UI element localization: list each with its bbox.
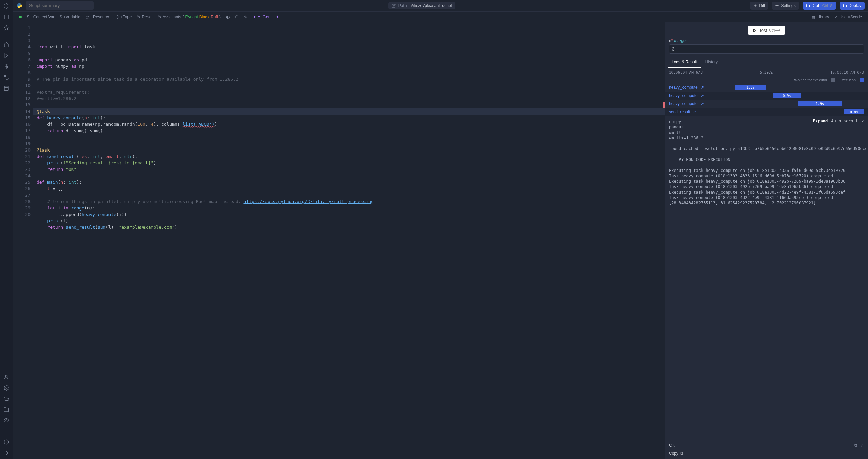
job-row[interactable]: heavy_compute ↗ 1.9s [665,100,868,108]
branch-icon[interactable] [3,74,10,81]
svg-rect-6 [4,86,8,91]
settings-button[interactable]: Settings [772,2,799,10]
timing-row: 10:06:04 AM 6/3 5.397s 10:06:10 AM 6/3 [665,68,868,77]
svg-marker-1 [4,25,8,30]
help-icon[interactable] [3,439,10,445]
sidebar [0,0,13,459]
open-icon[interactable]: ↗ [701,85,704,90]
theme-icon[interactable]: ◐ [226,15,230,19]
svg-point-8 [5,375,7,377]
draft-button[interactable]: Draft Ctrl+S [803,2,836,10]
legend: Waiting for executor Execution [665,77,868,83]
autoscroll-label: Auto scroll [831,118,858,124]
tab-history[interactable]: History [701,57,722,68]
logo-icon[interactable] [3,3,10,9]
test-button[interactable]: Test Ctrl+↵ [748,26,785,35]
type-button[interactable]: ⬡+Type [116,15,132,19]
tab-logs[interactable]: Logs & Result [668,57,701,68]
result-area: ⧉ ⤢ OK Copy ⧉ [665,439,868,459]
svg-point-4 [4,75,6,77]
graph-icon[interactable]: ⚇ [235,15,239,19]
log-output[interactable]: Expand Auto scroll ✓ numpy pandas wmill … [665,116,868,439]
assistants-button[interactable]: ↻Assistants (Pyright Black Ruff) [158,15,221,19]
svg-point-5 [7,78,8,79]
param-label: n*Integer [669,38,864,43]
cloud-icon[interactable] [3,395,10,402]
right-panel: Test Ctrl+↵ n*Integer Logs & Result Hist… [665,22,868,459]
arrow-right-icon[interactable] [3,450,10,456]
sparkle-icon[interactable]: ✦ [276,15,279,19]
vscode-button[interactable]: ↗Use VScode [834,15,862,19]
open-icon[interactable]: ↗ [701,93,704,98]
deploy-button[interactable]: Deploy [840,2,865,10]
resource-button[interactable]: ◎+Resource [86,15,110,19]
variable-button[interactable]: $+Variable [60,15,80,19]
job-name[interactable]: heavy_compute [669,101,698,106]
job-row[interactable]: send_result ↗ 0.8s [665,108,868,116]
check-icon: ✓ [862,118,864,124]
job-row[interactable]: heavy_compute ↗ 1.3s [665,83,868,92]
diff-button[interactable]: Diff [750,2,769,10]
param-input-n[interactable] [669,44,864,54]
log-text: numpy pandas wmill wmill>=1.286.2 found … [669,119,864,206]
play-icon[interactable] [3,52,10,59]
start-time: 10:06:04 AM 6/3 [669,70,703,75]
svg-marker-2 [5,54,8,58]
path-label: Path [398,3,407,8]
job-name[interactable]: heavy_compute [669,93,698,98]
path-value: u/rfiszel/pleasant_script [409,3,452,8]
code-editor[interactable]: 1234567891011121314151617181920212223242… [13,22,665,459]
copy-button[interactable]: Copy ⧉ [669,451,683,456]
job-row[interactable]: heavy_compute ↗ 0.9s [665,92,868,100]
expand-icon[interactable]: ⤢ [860,443,864,448]
dollar-icon[interactable] [3,63,10,70]
result-value: OK [669,443,864,448]
svg-marker-17 [754,29,756,32]
editor-toolbar: $+Context Var $+Variable ◎+Resource ⬡+Ty… [13,12,868,22]
path-selector[interactable]: Path u/rfiszel/pleasant_script [388,2,455,9]
job-name[interactable]: heavy_compute [669,85,698,90]
duration: 5.397s [760,70,773,75]
book-icon[interactable] [3,14,10,20]
open-icon[interactable]: ↗ [701,101,704,106]
copy-icon[interactable]: ⧉ [854,443,857,448]
topbar: Path u/rfiszel/pleasant_script Diff Sett… [13,0,868,12]
folder-icon[interactable] [3,406,10,413]
end-time: 10:06:10 AM 6/3 [830,70,864,75]
svg-rect-0 [4,15,8,19]
python-icon [16,3,22,9]
job-list: heavy_compute ↗ 1.3sheavy_compute ↗ 0.9s… [665,83,868,116]
svg-point-9 [6,387,7,388]
library-button[interactable]: ▦Library [812,15,829,19]
reset-button[interactable]: ↻Reset [137,15,152,19]
context-var-button[interactable]: $+Context Var [27,15,54,19]
expand-button[interactable]: Expand [813,118,828,124]
open-icon[interactable]: ↗ [693,109,696,114]
result-tabs: Logs & Result History [665,57,868,68]
user-icon[interactable] [3,374,10,380]
status-dot [19,16,22,18]
svg-point-10 [6,420,7,421]
home-icon[interactable] [3,41,10,48]
star-icon[interactable] [3,24,10,31]
job-name[interactable]: send_result [669,109,690,114]
eye-icon[interactable] [3,417,10,424]
calendar-icon[interactable] [3,85,10,92]
brush-icon[interactable]: ✎ [244,15,248,19]
ai-gen-button[interactable]: ✦AI Gen [253,15,270,19]
gear-icon[interactable] [3,384,10,391]
svg-point-16 [777,5,778,6]
script-summary-input[interactable] [26,1,94,10]
